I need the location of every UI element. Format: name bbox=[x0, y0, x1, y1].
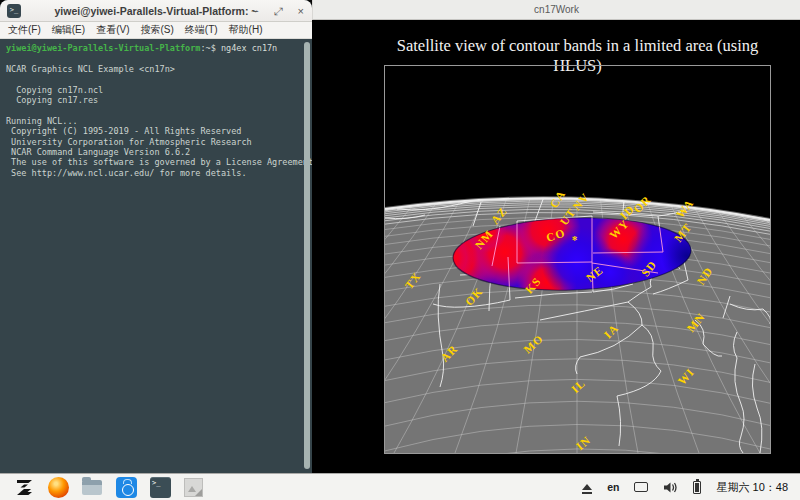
minimize-button[interactable]: − bbox=[252, 6, 258, 17]
terminal-menu-item-3[interactable]: 搜索(S) bbox=[140, 23, 173, 37]
terminal-titlebar[interactable]: >_ yiwei@yiwei-Parallels-Virtual-Platfor… bbox=[0, 0, 312, 22]
terminal-menu-item-4[interactable]: 终端(T) bbox=[185, 23, 218, 37]
software-store-icon[interactable] bbox=[116, 477, 137, 498]
satellite-map: TXOKARKSNEMOIAMNSDNDWIILINNMAZCAUTNVCO*W… bbox=[385, 66, 770, 453]
firefox-icon[interactable] bbox=[48, 477, 69, 498]
close-button[interactable]: × bbox=[298, 6, 304, 17]
terminal-output-line: NCAR Graphics NCL Example <cn17n> bbox=[6, 64, 300, 74]
display-icon[interactable] bbox=[634, 482, 648, 492]
clock: 星期六 10：48 bbox=[716, 480, 788, 495]
terminal-menu-item-1[interactable]: 编辑(E) bbox=[52, 23, 85, 37]
plot-frame: TXOKARKSNEMOIAMNSDNDWIILINNMAZCAUTNVCO*W… bbox=[384, 65, 771, 454]
terminal-output-line: Copying cn17n.ncl bbox=[6, 85, 300, 95]
plot-window: cn17Work Satellite view of contour bands… bbox=[312, 0, 800, 473]
taskbar: >_ en 星期六 10：48 bbox=[0, 473, 800, 500]
terminal-output-line: NCAR Command Language Version 6.6.2 bbox=[6, 147, 300, 157]
language-indicator[interactable]: en bbox=[607, 481, 619, 493]
state-label-marker: * bbox=[572, 234, 579, 246]
terminal-menu-item-2[interactable]: 查看(V) bbox=[96, 23, 129, 37]
terminal-output-line: Running NCL... bbox=[6, 116, 300, 126]
terminal-launcher-icon[interactable]: >_ bbox=[150, 477, 171, 498]
terminal-output-line: The use of this software is governed by … bbox=[6, 157, 300, 167]
plot-canvas: Satellite view of contour bands in a lim… bbox=[312, 20, 800, 473]
terminal-output-line bbox=[6, 105, 300, 115]
terminal-output-line bbox=[6, 74, 300, 84]
plot-titlebar[interactable]: cn17Work bbox=[312, 0, 800, 20]
terminal-menu-item-5[interactable]: 帮助(H) bbox=[229, 23, 263, 37]
terminal-output-line: University Corporation for Atmospheric R… bbox=[6, 137, 300, 147]
terminal-menu-item-0[interactable]: 文件(F) bbox=[8, 23, 41, 37]
plot-window-title: cn17Work bbox=[534, 4, 579, 15]
terminal-scrollbar[interactable] bbox=[304, 42, 310, 469]
terminal-output: yiwei@yiwei-Parallels-Virtual-Platform:~… bbox=[0, 39, 312, 472]
eject-icon[interactable] bbox=[582, 484, 592, 490]
files-icon[interactable] bbox=[82, 477, 103, 498]
terminal-window: >_ yiwei@yiwei-Parallels-Virtual-Platfor… bbox=[0, 0, 312, 473]
image-viewer-icon[interactable] bbox=[184, 477, 205, 498]
terminal-output-line: Copyright (C) 1995-2019 - All Rights Res… bbox=[6, 126, 300, 136]
zorin-menu-icon[interactable] bbox=[14, 477, 35, 498]
volume-icon[interactable] bbox=[663, 481, 678, 494]
battery-icon[interactable] bbox=[693, 481, 701, 494]
terminal-output-line: See http://www.ncl.ucar.edu/ for more de… bbox=[6, 168, 300, 178]
terminal-output-line: Copying cn17.res bbox=[6, 95, 300, 105]
terminal-menubar: 文件(F)编辑(E)查看(V)搜索(S)终端(T)帮助(H) bbox=[0, 22, 312, 39]
restore-button[interactable]: ⤢ bbox=[274, 6, 283, 17]
terminal-prompt-line: yiwei@yiwei-Parallels-Virtual-Platform:~… bbox=[6, 43, 300, 53]
terminal-output-line bbox=[6, 53, 300, 63]
